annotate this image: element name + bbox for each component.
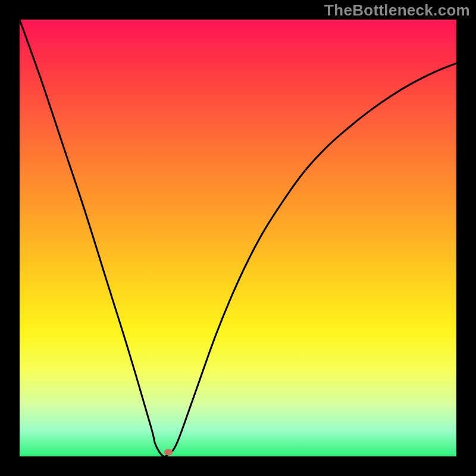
plot-area xyxy=(20,20,456,456)
bottleneck-curve xyxy=(20,20,456,456)
chart-frame: TheBottleneck.com xyxy=(0,0,476,476)
minimum-marker xyxy=(164,449,173,455)
watermark-text: TheBottleneck.com xyxy=(324,1,470,20)
